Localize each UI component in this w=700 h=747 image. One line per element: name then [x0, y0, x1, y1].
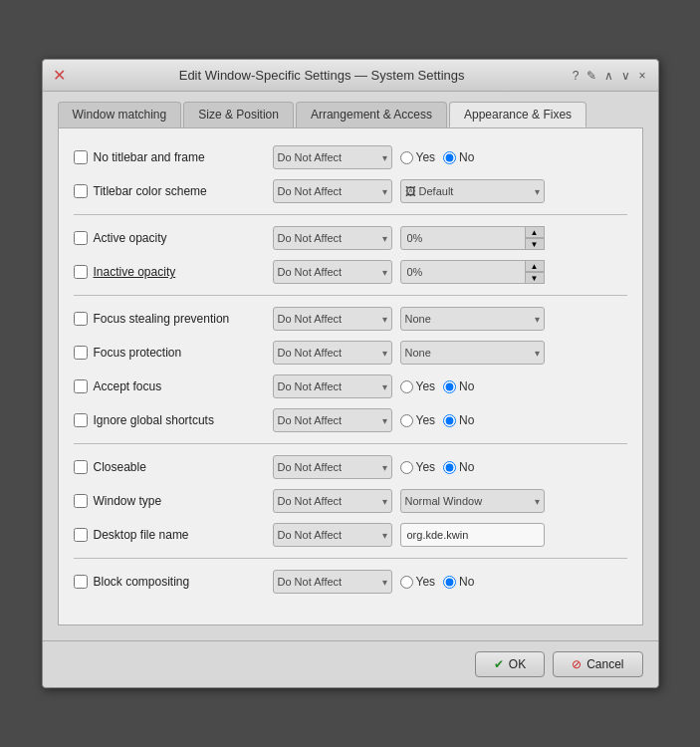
select-ignore-shortcuts[interactable]: Do Not Affect	[273, 408, 392, 432]
ok-label: OK	[509, 657, 526, 671]
dropdown-titlebar-color[interactable]: Do Not Affect	[273, 179, 392, 203]
select2-window-type[interactable]: Normal Window	[400, 489, 545, 513]
dropdown-accept-focus[interactable]: Do Not Affect	[273, 374, 392, 398]
tab-appearance-fixes[interactable]: Appearance & Fixes	[449, 102, 586, 127]
dropdown2-focus-protection[interactable]: None	[400, 341, 545, 365]
select-focus-protection[interactable]: Do Not Affect	[273, 341, 392, 365]
titlebar: ✕ Edit Window-Specific Settings — System…	[43, 60, 658, 92]
dropdown-active-opacity[interactable]: Do Not Affect	[273, 226, 392, 250]
radio-yes-block-compositing[interactable]: Yes	[400, 575, 436, 589]
select-window-type[interactable]: Do Not Affect	[273, 489, 392, 513]
radio-yes-accept-focus[interactable]: Yes	[400, 379, 436, 393]
spinbox-active-opacity[interactable]: ▲ ▼	[400, 226, 545, 250]
spinbox-inactive-opacity[interactable]: ▲ ▼	[400, 260, 545, 284]
radio-yes-ignore-shortcuts[interactable]: Yes	[400, 413, 436, 427]
dropdown-ignore-shortcuts[interactable]: Do Not Affect	[273, 408, 392, 432]
select2-focus-protection[interactable]: None	[400, 341, 545, 365]
input-desktop-file[interactable]	[400, 523, 545, 547]
checkbox-ignore-shortcuts[interactable]	[74, 413, 88, 427]
dropdown-window-type[interactable]: Do Not Affect	[273, 489, 392, 513]
select-inactive-opacity[interactable]: Do Not Affect	[273, 260, 392, 284]
row-accept-focus: Accept focus Do Not Affect Yes No	[74, 370, 627, 403]
spinbox-up-active-opacity[interactable]: ▲	[525, 226, 545, 238]
checkbox-active-opacity[interactable]	[74, 231, 88, 245]
maximize-button[interactable]: ∨	[619, 69, 632, 83]
dropdown-focus-stealing[interactable]: Do Not Affect	[273, 307, 392, 331]
text-inactive-opacity: Inactive opacity	[94, 265, 176, 279]
pin-button[interactable]: ✎	[584, 69, 598, 83]
label-no-titlebar: No titlebar and frame	[74, 150, 273, 164]
label-focus-stealing: Focus stealing prevention	[74, 312, 273, 326]
dropdown-block-compositing[interactable]: Do Not Affect	[273, 570, 392, 594]
select-titlebar-color[interactable]: Do Not Affect	[273, 179, 392, 203]
radio-no-block-compositing[interactable]: No	[443, 575, 474, 589]
checkbox-window-type[interactable]	[74, 494, 88, 508]
checkbox-focus-protection[interactable]	[74, 346, 88, 360]
tab-arrangement-access[interactable]: Arrangement & Access	[296, 102, 447, 127]
checkbox-desktop-file[interactable]	[74, 528, 88, 542]
spinbox-input-active-opacity[interactable]	[400, 226, 545, 250]
text-ignore-shortcuts: Ignore global shortcuts	[94, 413, 214, 427]
checkbox-inactive-opacity[interactable]	[74, 265, 88, 279]
radio-no-ignore-shortcuts[interactable]: No	[443, 413, 474, 427]
minimize-button[interactable]: ∧	[602, 69, 615, 83]
radio-yes-closeable[interactable]: Yes	[400, 460, 436, 474]
ok-button[interactable]: ✔ OK	[475, 651, 545, 677]
select-no-titlebar[interactable]: Do Not Affect	[273, 145, 392, 169]
main-window: ✕ Edit Window-Specific Settings — System…	[42, 59, 659, 688]
text-window-type: Window type	[94, 494, 162, 508]
cancel-button[interactable]: ⊘ Cancel	[553, 651, 642, 677]
dropdown-no-titlebar[interactable]: Do Not Affect	[273, 145, 392, 169]
label-inactive-opacity: Inactive opacity	[74, 265, 273, 279]
dropdown2-titlebar-color[interactable]: 🖼 Default	[400, 179, 545, 203]
checkbox-focus-stealing[interactable]	[74, 312, 88, 326]
select-active-opacity[interactable]: Do Not Affect	[273, 226, 392, 250]
spinbox-down-active-opacity[interactable]: ▼	[525, 238, 545, 250]
radio-no-accept-focus[interactable]: No	[443, 379, 474, 393]
titlebar-controls: ? ✎ ∧ ∨ ×	[571, 69, 648, 83]
spinbox-up-inactive-opacity[interactable]: ▲	[525, 260, 545, 272]
spinbox-input-inactive-opacity[interactable]	[400, 260, 545, 284]
help-button[interactable]: ?	[571, 69, 582, 83]
radio-no-no-titlebar[interactable]: No	[443, 150, 474, 164]
dropdown-closeable[interactable]: Do Not Affect	[273, 455, 392, 479]
text-closeable: Closeable	[94, 460, 146, 474]
radio-yes-no-titlebar[interactable]: Yes	[400, 150, 436, 164]
checkbox-block-compositing[interactable]	[74, 575, 88, 589]
text-focus-stealing: Focus stealing prevention	[94, 312, 230, 326]
checkbox-closeable[interactable]	[74, 460, 88, 474]
dropdown2-window-type[interactable]: Normal Window	[400, 489, 545, 513]
dropdown2-focus-stealing[interactable]: None	[400, 307, 545, 331]
dropdown-inactive-opacity[interactable]: Do Not Affect	[273, 260, 392, 284]
select2-focus-stealing[interactable]: None	[400, 307, 545, 331]
spinbox-down-inactive-opacity[interactable]: ▼	[525, 272, 545, 284]
select-closeable[interactable]: Do Not Affect	[273, 455, 392, 479]
row-window-type: Window type Do Not Affect Normal Window	[74, 484, 627, 518]
window-title: Edit Window-Specific Settings — System S…	[74, 68, 571, 83]
checkbox-no-titlebar[interactable]	[74, 150, 88, 164]
spinbox-buttons-active-opacity: ▲ ▼	[525, 226, 545, 250]
separator-1	[74, 214, 627, 215]
checkbox-accept-focus[interactable]	[74, 379, 88, 393]
select-block-compositing[interactable]: Do Not Affect	[273, 570, 392, 594]
select-focus-stealing[interactable]: Do Not Affect	[273, 307, 392, 331]
select-desktop-file[interactable]: Do Not Affect	[273, 523, 392, 547]
text-active-opacity: Active opacity	[94, 231, 167, 245]
dropdown-desktop-file[interactable]: Do Not Affect	[273, 523, 392, 547]
close-button[interactable]: ×	[636, 69, 647, 83]
text-focus-protection: Focus protection	[94, 346, 182, 360]
row-inactive-opacity: Inactive opacity Do Not Affect ▲ ▼	[74, 255, 627, 289]
select2-titlebar-color[interactable]: 🖼 Default	[400, 179, 545, 203]
tab-size-position[interactable]: Size & Position	[183, 102, 294, 127]
checkbox-titlebar-color[interactable]	[74, 184, 88, 198]
label-titlebar-color: Titlebar color scheme	[74, 184, 273, 198]
label-focus-protection: Focus protection	[74, 346, 273, 360]
text-accept-focus: Accept focus	[94, 379, 162, 393]
row-closeable: Closeable Do Not Affect Yes No	[74, 450, 627, 484]
cancel-label: Cancel	[586, 657, 623, 671]
select-accept-focus[interactable]: Do Not Affect	[273, 374, 392, 398]
radio-no-closeable[interactable]: No	[443, 460, 474, 474]
tab-window-matching[interactable]: Window matching	[58, 102, 182, 127]
dropdown-focus-protection[interactable]: Do Not Affect	[273, 341, 392, 365]
radio-closeable: Yes No	[400, 460, 475, 474]
